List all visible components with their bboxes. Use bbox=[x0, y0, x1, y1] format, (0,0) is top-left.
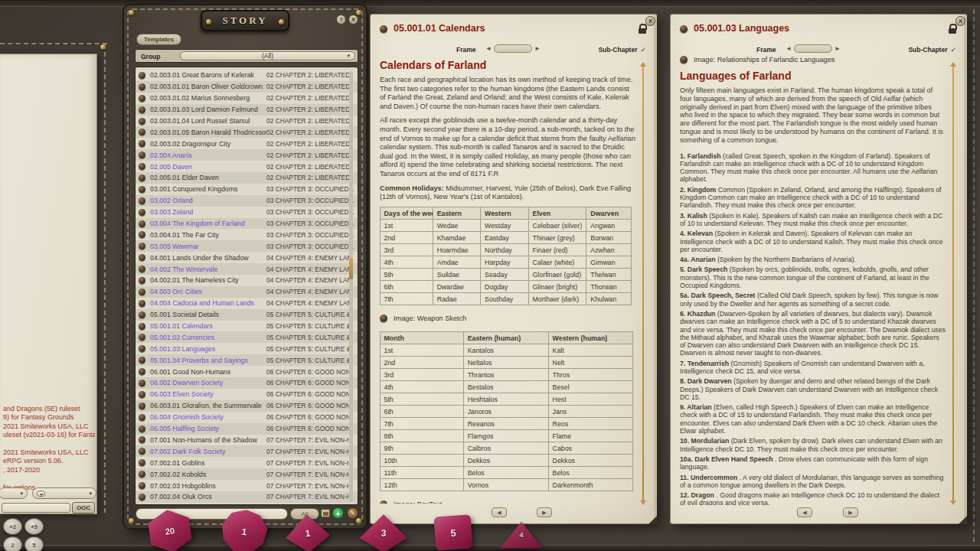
story-item-title[interactable]: 02.005 Daven bbox=[150, 163, 266, 171]
story-item-title[interactable]: 07.002.04 Oluk Orcs bbox=[150, 493, 266, 500]
lock-icon[interactable] bbox=[949, 24, 956, 34]
story-link-icon[interactable] bbox=[139, 323, 145, 330]
story-item-title[interactable]: 07.002.01 Goblins bbox=[150, 459, 266, 467]
modifier-coin[interactable]: +5 bbox=[24, 518, 44, 535]
story-link-icon[interactable] bbox=[139, 482, 145, 489]
story-item-title[interactable]: 02.003.01.03 Lord Damion Felmund bbox=[150, 106, 266, 113]
story-list-item[interactable]: 06.005 Halfling Society06 CHAPTER 6: GOO… bbox=[136, 423, 358, 435]
story-list-item[interactable]: 03.002 Orland03 CHAPTER 3: OCCUPIED L bbox=[136, 195, 358, 207]
story-item-title[interactable]: 06.003 Elven Society bbox=[150, 390, 266, 398]
story-link-icon[interactable] bbox=[139, 243, 145, 249]
story-list-item[interactable]: 06.003.01 Gloralion, the Summervale06 CH… bbox=[136, 400, 358, 412]
story-item-title[interactable]: 03.001 Conquered Kingdoms bbox=[150, 185, 266, 193]
story-item-title[interactable]: 05.001.03 Languages bbox=[150, 345, 266, 353]
story-item-title[interactable]: 02.003.01.01 Baron Oliver Goldcrown bbox=[150, 83, 266, 90]
story-link-icon[interactable] bbox=[139, 83, 145, 90]
image-link-weapon-sketch[interactable]: Image: Weapon Sketch bbox=[380, 315, 635, 322]
story-list-item[interactable]: 03.004.01 The Far City03 CHAPTER 3: OCCU… bbox=[136, 229, 358, 240]
story-link-icon[interactable] bbox=[139, 459, 145, 466]
story-list-item[interactable]: 02.003.02 Dragonspur City02 CHAPTER 2: L… bbox=[136, 138, 358, 149]
story-link-icon[interactable] bbox=[139, 345, 145, 352]
image-link-boxtext[interactable]: Image: BoxText bbox=[380, 500, 635, 504]
story-list-item[interactable]: 06.003 Elven Society06 CHAPTER 6: GOOD N… bbox=[136, 389, 358, 400]
story-link-icon[interactable] bbox=[139, 266, 145, 272]
story-link-icon[interactable] bbox=[139, 129, 145, 135]
story-item-title[interactable]: 06.002 Dwarven Society bbox=[150, 379, 266, 386]
story-item-title[interactable]: 04.004 Cadocia and Human Lands bbox=[150, 299, 266, 307]
story-list-item[interactable]: 02.003.01.04 Lord Russel Starsul02 CHAPT… bbox=[136, 116, 358, 127]
story-entry-icon[interactable] bbox=[380, 25, 387, 33]
story-link-icon[interactable] bbox=[139, 448, 145, 455]
next-page-button[interactable]: ▶ bbox=[537, 507, 552, 517]
story-item-title[interactable]: 02.005.01 Elder Daven bbox=[150, 174, 266, 181]
close-icon[interactable]: X bbox=[956, 16, 965, 26]
story-list-item[interactable]: 06.001 Good Non-Humans06 CHAPTER 6: GOOD… bbox=[136, 366, 358, 377]
story-item-title[interactable]: 02.004 Anaria bbox=[150, 152, 266, 159]
story-list-item[interactable]: 05.001.03 Languages05 CHAPTER 5: CULTURE… bbox=[136, 343, 358, 354]
group-dropdown[interactable]: (All) ▾ bbox=[180, 51, 355, 60]
story-item-title[interactable]: 03.003 Zeland bbox=[150, 208, 266, 216]
story-item-title[interactable]: 02.003.01.02 Marius Sonnesberg bbox=[150, 94, 266, 102]
story-item-title[interactable]: 02.003.01 Great Barons of Kelerak bbox=[150, 71, 266, 79]
story-item-title[interactable]: 02.003.02 Dragonspur City bbox=[150, 140, 266, 148]
story-item-title[interactable]: 06.001 Good Non-Humans bbox=[150, 368, 266, 376]
story-list-item[interactable]: 07.002.04 Oluk Orcs07 CHAPTER 7: EVIL NO… bbox=[136, 491, 358, 503]
d20-die[interactable]: 20 bbox=[147, 510, 193, 551]
story-list-item[interactable]: 03.001 Conquered Kingdoms03 CHAPTER 3: O… bbox=[136, 184, 358, 195]
story-link-icon[interactable] bbox=[139, 403, 145, 409]
story-list-item[interactable]: 07.001 Non-Humans of the Shadow07 CHAPTE… bbox=[136, 435, 358, 446]
slider-track[interactable] bbox=[494, 44, 532, 53]
d10-die[interactable]: 1 bbox=[285, 514, 331, 551]
d8-die[interactable]: 3 bbox=[360, 514, 407, 551]
story-list-item[interactable]: 04.004 Cadocia and Human Lands04 CHAPTER… bbox=[136, 298, 358, 309]
frame-slider[interactable]: ◄ ► bbox=[485, 44, 541, 53]
chat-mode-dropdown[interactable]: ▾ bbox=[0, 487, 28, 499]
story-item-title[interactable]: 05.001 Societal Details bbox=[150, 311, 266, 318]
story-link-icon[interactable] bbox=[139, 186, 145, 193]
story-list-item[interactable]: 07.002.01 Goblins07 CHAPTER 7: EVIL NON-… bbox=[136, 457, 358, 468]
story-list-item[interactable]: 02.003.01.05 Baron Harald Thodricsson02 … bbox=[136, 126, 358, 138]
story-list-item[interactable]: 07.002.03 Hobgoblins07 CHAPTER 7: EVIL N… bbox=[136, 480, 358, 491]
story-link-icon[interactable] bbox=[139, 254, 145, 261]
link-orb-icon[interactable] bbox=[680, 56, 688, 64]
lock-icon[interactable] bbox=[639, 24, 646, 34]
modifier-coin[interactable]: 5 bbox=[24, 536, 44, 551]
help-icon[interactable]: ? bbox=[336, 15, 346, 24]
story-link-icon[interactable] bbox=[139, 436, 145, 443]
story-link-icon[interactable] bbox=[139, 357, 145, 364]
story-link-icon[interactable] bbox=[139, 231, 145, 238]
story-list-item[interactable]: 02.003.01.02 Marius Sonnesberg02 CHAPTER… bbox=[136, 93, 358, 104]
story-link-icon[interactable] bbox=[139, 106, 145, 113]
slider-left-icon[interactable]: ◄ bbox=[786, 45, 792, 52]
story-link-icon[interactable] bbox=[139, 494, 145, 500]
story-link-icon[interactable] bbox=[139, 380, 145, 386]
story-list-item[interactable]: 03.003 Zeland03 CHAPTER 3: OCCUPIED L bbox=[136, 207, 358, 218]
prev-page-button[interactable]: ◀ bbox=[797, 507, 812, 517]
story-list-item[interactable]: 07.002.02 Kobolds07 CHAPTER 7: EVIL NON-… bbox=[136, 468, 358, 480]
modifier-coin[interactable]: 2 bbox=[3, 536, 22, 551]
story-link-icon[interactable] bbox=[139, 209, 145, 216]
story-item-title[interactable]: 04.003 Orc Cities bbox=[150, 288, 266, 295]
slider-track[interactable] bbox=[794, 44, 832, 53]
story-item-title[interactable]: 05.001.04 Proverbs and Sayings bbox=[150, 357, 266, 364]
story-link-icon[interactable] bbox=[139, 163, 145, 170]
story-list-item[interactable]: 03.004 The Kingdom of Farland03 CHAPTER … bbox=[136, 218, 358, 230]
story-list-item[interactable]: 07.002 Dark Folk Society07 CHAPTER 7: EV… bbox=[136, 445, 358, 457]
image-link-relationships[interactable]: Image: Relationships of Farlandic Langua… bbox=[680, 56, 946, 64]
templates-button[interactable]: Templates bbox=[136, 34, 181, 45]
chat-emote-dropdown[interactable]: ▾ bbox=[32, 487, 96, 499]
story-item-title[interactable]: 04.002.01 The Nameless City bbox=[150, 276, 266, 284]
story-list-scrollbar[interactable] bbox=[349, 71, 353, 501]
story-list-scroll-thumb[interactable] bbox=[349, 258, 353, 279]
slider-left-icon[interactable]: ◄ bbox=[485, 45, 492, 52]
story-link-icon[interactable] bbox=[139, 277, 145, 284]
story-link-icon[interactable] bbox=[139, 95, 145, 102]
story-list-item[interactable]: 04.003 Orc Cities04 CHAPTER 4: ENEMY LAN bbox=[136, 286, 358, 298]
story-item-title[interactable]: 03.004.01 The Far City bbox=[150, 231, 266, 239]
story-list-item[interactable]: 02.004 Anaria02 CHAPTER 2: LIBERATED bbox=[136, 149, 358, 161]
story-entry-icon[interactable] bbox=[680, 25, 688, 33]
story-item-title[interactable]: 03.002 Orland bbox=[150, 197, 266, 204]
story-list-item[interactable]: 05.001.01 Calendars05 CHAPTER 5: CULTURE… bbox=[136, 321, 358, 332]
story-item-title[interactable]: 02.003.01.04 Lord Russel Starsul bbox=[150, 117, 266, 125]
close-icon[interactable]: X bbox=[645, 16, 655, 26]
